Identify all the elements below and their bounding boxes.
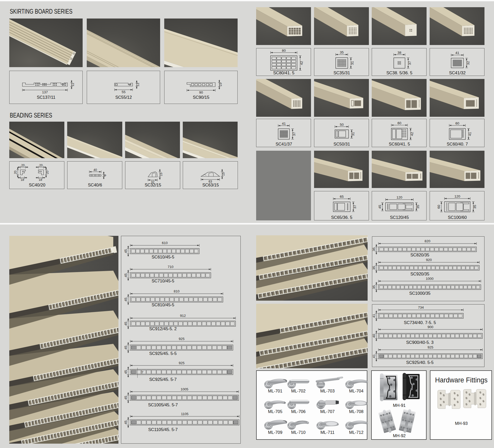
svg-text:ML-702: ML-702 [291, 389, 306, 393]
svg-text:11: 11 [71, 83, 75, 86]
svg-text:734: 734 [418, 306, 424, 309]
svg-text:SC1105/45. 5-7: SC1105/45. 5-7 [148, 427, 178, 432]
svg-text:900: 900 [428, 325, 434, 329]
svg-text:SC925/40. 5-5: SC925/40. 5-5 [406, 360, 434, 365]
svg-text:35: 35 [340, 50, 344, 54]
svg-text:610: 610 [162, 241, 168, 245]
svg-text:120: 120 [454, 194, 460, 198]
svg-text:ML-708: ML-708 [349, 409, 363, 414]
svg-text:SC810/45-5: SC810/45-5 [152, 302, 174, 307]
svg-text:45: 45 [124, 273, 128, 277]
svg-text:45: 45 [124, 420, 128, 424]
svg-text:42: 42 [410, 132, 414, 136]
svg-text:ML-707: ML-707 [320, 409, 335, 414]
svg-text:120: 120 [396, 195, 402, 199]
svg-text:SC80/41. 5: SC80/41. 5 [273, 70, 294, 75]
svg-text:7: 7 [142, 371, 143, 374]
svg-text:40: 40 [372, 334, 376, 338]
svg-text:ML-712: ML-712 [349, 430, 363, 435]
svg-text:SC41/32: SC41/32 [449, 70, 465, 75]
svg-text:80: 80 [282, 49, 286, 52]
svg-text:1000: 1000 [426, 277, 434, 281]
svg-text:SC63/15: SC63/15 [202, 183, 219, 187]
svg-text:ML-705: ML-705 [268, 409, 282, 414]
svg-text:920: 920 [426, 258, 432, 262]
svg-text:35: 35 [372, 247, 376, 251]
svg-text:710: 710 [168, 265, 174, 269]
svg-text:37: 37 [292, 132, 296, 136]
svg-text:MH-92: MH-92 [393, 433, 406, 438]
svg-text:Hardware Fittings: Hardware Fittings [435, 376, 488, 384]
svg-text:31: 31 [350, 61, 354, 65]
svg-text:20: 20 [46, 171, 49, 174]
svg-text:35: 35 [372, 266, 376, 270]
svg-text:41: 41 [282, 122, 286, 126]
svg-text:SC912/45-5. 2: SC912/45-5. 2 [149, 326, 177, 331]
svg-text:45: 45 [124, 346, 128, 350]
svg-text:60: 60 [437, 205, 441, 209]
svg-text:45: 45 [124, 396, 128, 400]
svg-text:38: 38 [397, 51, 401, 55]
svg-text:SC38. 5/36. 5: SC38. 5/36. 5 [386, 70, 412, 75]
svg-text:42: 42 [300, 61, 304, 65]
svg-text:37: 37 [353, 205, 357, 209]
svg-text:60: 60 [397, 121, 401, 125]
svg-text:SC610/45-5: SC610/45-5 [152, 255, 174, 259]
svg-text:SC710/45-5: SC710/45-5 [152, 279, 174, 283]
svg-text:45: 45 [124, 249, 128, 253]
svg-text:41: 41 [468, 132, 472, 136]
svg-text:925: 925 [179, 361, 185, 365]
svg-text:ML-706: ML-706 [291, 409, 306, 414]
svg-text:40: 40 [93, 168, 97, 172]
svg-text:810: 810 [174, 289, 180, 293]
svg-text:ML-711: ML-711 [320, 430, 335, 435]
svg-text:ML-703: ML-703 [320, 389, 335, 393]
svg-text:SC65/36. 5: SC65/36. 5 [331, 215, 352, 220]
svg-text:SC40/20: SC40/20 [29, 183, 45, 187]
svg-text:137: 137 [42, 90, 48, 94]
svg-text:20: 20 [39, 164, 43, 167]
svg-text:820: 820 [424, 239, 430, 243]
svg-text:SC925/45. 5-7: SC925/45. 5-7 [149, 377, 177, 382]
svg-text:SC55/12: SC55/12 [115, 95, 132, 100]
svg-text:SC35/31: SC35/31 [333, 70, 350, 75]
svg-text:ML-710: ML-710 [291, 430, 306, 435]
svg-text:37: 37 [408, 61, 412, 65]
svg-text:SC40/6: SC40/6 [88, 183, 102, 187]
svg-text:55: 55 [122, 90, 125, 94]
svg-text:ML-704: ML-704 [349, 389, 363, 393]
svg-text:SC1000/35: SC1000/35 [409, 291, 431, 295]
svg-text:SC920/35: SC920/35 [410, 272, 429, 276]
svg-text:SC50/31: SC50/31 [333, 142, 350, 146]
svg-text:15: 15 [159, 173, 163, 176]
svg-text:15: 15 [222, 172, 225, 176]
svg-text:912: 912 [180, 314, 186, 318]
svg-text:35: 35 [473, 205, 477, 209]
svg-text:SC60/40. 7: SC60/40. 7 [447, 142, 468, 146]
svg-text:18: 18 [39, 178, 42, 182]
svg-text:45: 45 [124, 370, 128, 374]
svg-text:35: 35 [416, 205, 420, 209]
svg-text:50: 50 [340, 123, 344, 127]
svg-text:41: 41 [455, 51, 459, 55]
svg-text:45: 45 [124, 322, 128, 326]
svg-text:20: 20 [21, 164, 25, 167]
svg-text:65: 65 [340, 195, 344, 199]
svg-text:SC100/60: SC100/60 [448, 215, 467, 220]
svg-text:SC1005/45. 5-7: SC1005/45. 5-7 [148, 402, 178, 407]
svg-text:1105: 1105 [181, 412, 188, 416]
svg-text:15: 15 [219, 83, 222, 86]
svg-text:925: 925 [179, 337, 185, 341]
svg-text:6: 6 [103, 174, 107, 176]
svg-text:925: 925 [428, 345, 434, 349]
svg-text:45: 45 [124, 298, 128, 301]
svg-text:60: 60 [455, 121, 459, 125]
svg-text:90: 90 [199, 91, 203, 94]
svg-text:ML-701: ML-701 [268, 389, 282, 393]
svg-text:SC734/40. 7-5. 5: SC734/40. 7-5. 5 [404, 320, 436, 325]
svg-text:41: 41 [372, 354, 376, 358]
svg-text:SC900/40-5. 3: SC900/40-5. 3 [406, 340, 434, 345]
svg-text:MH-91: MH-91 [393, 403, 406, 408]
svg-text:41: 41 [372, 314, 376, 318]
svg-text:SC32/15: SC32/15 [145, 183, 161, 187]
